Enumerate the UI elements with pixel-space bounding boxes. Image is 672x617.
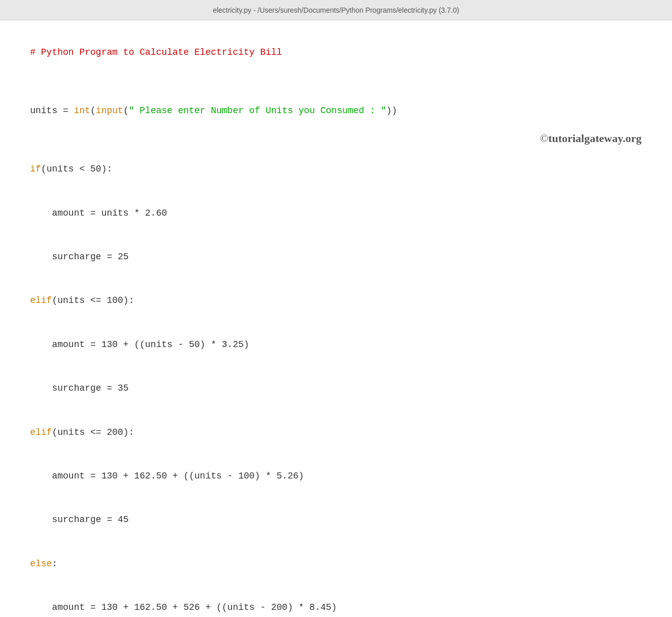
- code-line-amount2: amount = 130 + ((units - 50) * 3.25): [8, 323, 664, 366]
- code-line-else1: else:: [8, 542, 664, 586]
- code-line-amount1: amount = units * 2.60: [8, 191, 664, 235]
- code-line-amount3: amount = 130 + 162.50 + ((units - 100) *…: [8, 454, 664, 498]
- title-bar: electricity.py - /Users/suresh/Documents…: [0, 0, 672, 20]
- watermark: ©tutorialgateway.org: [540, 132, 642, 145]
- code-editor: # Python Program to Calculate Electricit…: [0, 20, 672, 617]
- code-line-surcharge1: surcharge = 25: [8, 235, 664, 279]
- code-line-comment: # Python Program to Calculate Electricit…: [8, 30, 664, 74]
- title-bar-text: electricity.py - /Users/suresh/Documents…: [213, 6, 459, 14]
- code-line-elif1: elif(units <= 100):: [8, 279, 664, 323]
- code-line-elif2: elif(units <= 200):: [8, 410, 664, 454]
- code-line-if1: if(units < 50):: [8, 147, 664, 191]
- code-line-units: units = int(input(" Please enter Number …: [8, 89, 664, 132]
- code-line-amount4: amount = 130 + 162.50 + 526 + ((units - …: [8, 586, 664, 617]
- code-line-surcharge3: surcharge = 45: [8, 498, 664, 542]
- code-line-surcharge2: surcharge = 35: [8, 366, 664, 410]
- code-line-blank1: [8, 74, 664, 89]
